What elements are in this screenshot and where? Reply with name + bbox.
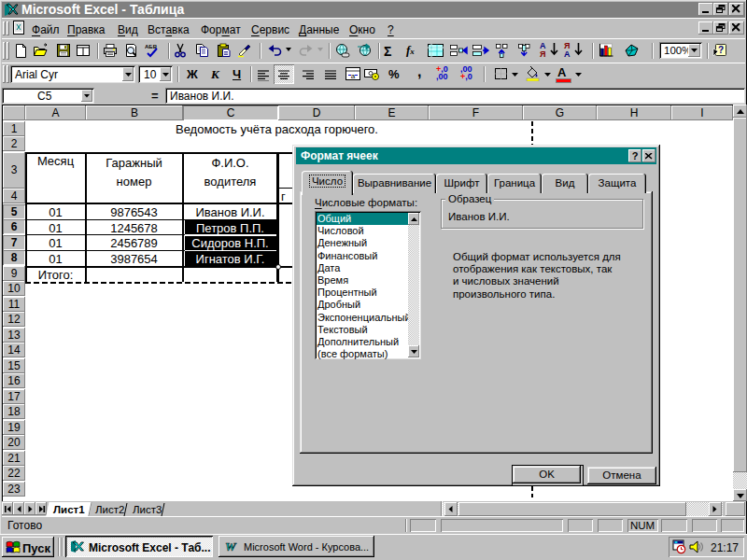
svg-text:a: a: [351, 72, 356, 80]
svg-text:?: ?: [718, 45, 724, 55]
svg-text:W: W: [225, 539, 237, 553]
